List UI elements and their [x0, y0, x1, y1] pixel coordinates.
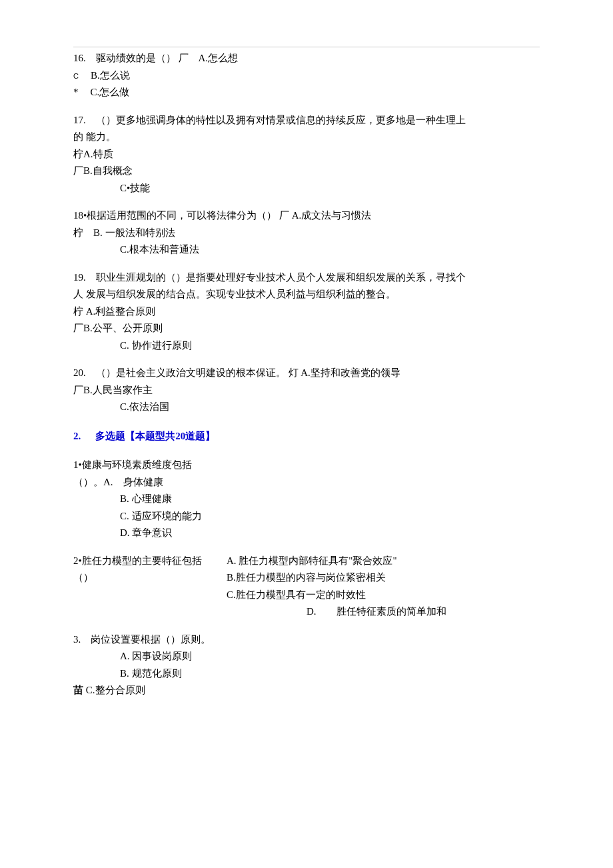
question-16: 16. 驱动绩效的是（） 厂 A.怎么想 CB.怎么说 *C.怎么做 — [73, 50, 540, 101]
question-18: 18•根据适用范围的不同，可以将法律分为（） 厂 A.成文法与习惯法 柠 B. … — [73, 207, 540, 259]
mq2-d-text: 胜任特征素质的简单加和 — [336, 606, 446, 617]
mq1-stem-line1: 1•健康与环境素质维度包括 — [73, 457, 540, 474]
q20-option-c: C.依法治国 — [120, 399, 540, 416]
q19-option-c: C. 协作进行原则 — [120, 337, 540, 355]
q16-option-b: CB.怎么说 — [73, 67, 540, 85]
multi-question-3: 3. 岗位设置要根据（）原则。 A. 因事设岗原则 B. 规范化原则 苗 C.整… — [73, 631, 540, 699]
mq1-stem-line2: （）。A. 身体健康 — [73, 474, 540, 491]
mq2-option-b: B.胜任力模型的内容与岗位紧密相关 — [227, 569, 540, 587]
question-20: 20. （）是社会主义政治文明建设的根本保证。 灯 A.坚持和改善党的领导 厂B… — [73, 365, 540, 416]
mq3-stem: 3. 岗位设置要根据（）原则。 — [73, 631, 540, 649]
q19-stem-line2: 人 发展与组织发展的结合点。实现专业技术人员利益与组织利益的整合。 — [73, 286, 540, 303]
section-2-heading: 2.多选题【本题型共20道题】 — [73, 428, 540, 445]
question-19: 19. 职业生涯规划的（）是指要处理好专业技术人员个人发展和组织发展的关系，寻找… — [73, 269, 540, 355]
q17-option-b: 厂B.自我概念 — [73, 163, 540, 180]
q17-stem-line1: 17. （）更多地强调身体的特性以及拥有对情景或信息的持续反应，更多地是一种生理… — [73, 112, 540, 129]
q20-option-b: 厂B.人民当家作主 — [73, 382, 540, 399]
q17-option-c: C•技能 — [120, 180, 540, 197]
q18-stem: 18•根据适用范围的不同，可以将法律分为（） 厂 A.成文法与习惯法 — [73, 207, 540, 225]
mq2-d-label: D. — [306, 606, 316, 617]
mq2-stem-line1: 2•胜任力模型的主要特征包括 — [73, 553, 227, 570]
mq2-option-d: D. 胜任特征素质的简单加和 — [306, 603, 540, 621]
q18-option-c: C.根本法和普通法 — [120, 241, 540, 259]
q20-stem: 20. （）是社会主义政治文明建设的根本保证。 灯 A.坚持和改善党的领导 — [73, 365, 540, 382]
top-rule — [73, 47, 540, 47]
mq1-option-b: B. 心理健康 — [120, 491, 540, 508]
q16-stem: 16. 驱动绩效的是（） 厂 A.怎么想 — [73, 50, 540, 67]
q16-b-text: B.怎么说 — [91, 70, 130, 81]
q17-stem-line2: 的 能力。 — [73, 129, 540, 146]
q19-option-a: 柠 A.利益整合原则 — [73, 303, 540, 321]
q19-option-b: 厂B.公平、公开原则 — [73, 320, 540, 337]
mq3-option-a: A. 因事设岗原则 — [120, 648, 540, 665]
q16-c-marker: * — [73, 87, 79, 97]
mq3-option-b: B. 规范化原则 — [120, 665, 540, 683]
mq3-option-c: 苗 C.整分合原则 — [73, 682, 540, 699]
document-page: 16. 驱动绩效的是（） 厂 A.怎么想 CB.怎么说 *C.怎么做 17. （… — [0, 0, 613, 868]
q16-c-text: C.怎么做 — [91, 87, 130, 97]
mq3-c-text: C.整分合原则 — [86, 685, 145, 695]
mq2-option-c: C.胜任力模型具有一定的时效性 — [227, 587, 540, 604]
mq3-c-marker: 苗 — [73, 685, 86, 695]
mq2-stem-line2: （） — [73, 569, 227, 587]
q16-b-marker: C — [73, 72, 79, 80]
mq2-option-a: A. 胜任力模型内部特征具有"聚合效应" — [227, 553, 540, 570]
section-2-number: 2. — [73, 431, 81, 441]
q19-stem-line1: 19. 职业生涯规划的（）是指要处理好专业技术人员个人发展和组织发展的关系，寻找… — [73, 269, 540, 287]
mq1-option-d: D. 章争意识 — [120, 525, 540, 542]
question-17: 17. （）更多地强调身体的特性以及拥有对情景或信息的持续反应，更多地是一种生理… — [73, 112, 540, 197]
multi-question-2: 2•胜任力模型的主要特征包括 （） A. 胜任力模型内部特征具有"聚合效应" B… — [73, 553, 540, 621]
multi-question-1: 1•健康与环境素质维度包括 （）。A. 身体健康 B. 心理健康 C. 适应环境… — [73, 457, 540, 542]
q18-option-b: 柠 B. 一般法和特别法 — [73, 225, 540, 242]
q16-option-c: *C.怎么做 — [73, 84, 540, 101]
q17-option-a: 柠A.特质 — [73, 146, 540, 163]
section-2-title: 多选题【本题型共20道题】 — [95, 431, 215, 441]
mq1-option-c: C. 适应环境的能力 — [120, 508, 540, 525]
